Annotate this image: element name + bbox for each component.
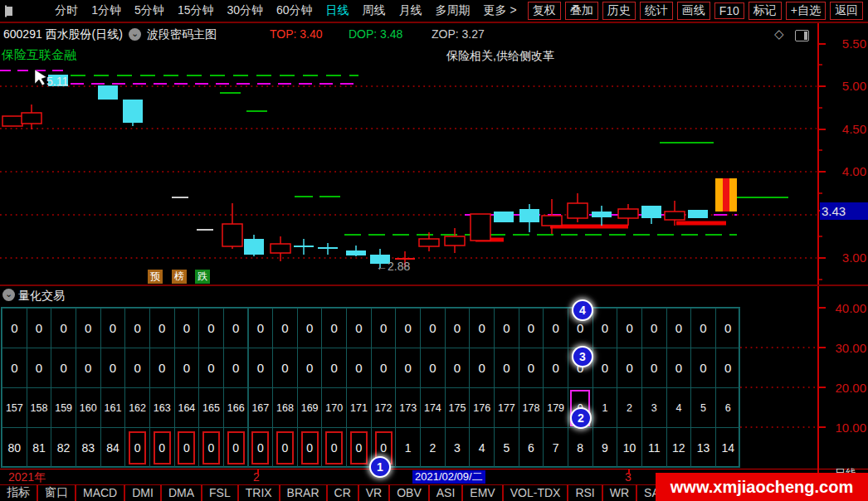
grid-cell: 7 xyxy=(543,427,568,468)
grid-cell: 0 xyxy=(248,427,274,468)
indicator-tab[interactable]: ASI xyxy=(430,484,464,501)
grid-cell: 0 xyxy=(445,308,471,348)
grid-cell: 178 xyxy=(519,387,544,428)
grid-cell: 0 xyxy=(321,308,347,348)
indicator-tab[interactable]: 窗口 xyxy=(38,484,76,501)
grid-cell: 80 xyxy=(2,427,27,468)
indicator-tab[interactable]: OBV xyxy=(390,484,430,501)
grid-cell: 11 xyxy=(641,427,667,468)
indicator-tab[interactable]: CR xyxy=(328,484,359,501)
grid-cell: 10 xyxy=(617,427,642,468)
grid-cell: 0 xyxy=(272,308,298,348)
ad-banner-text: www.xmjiaocheng.com xyxy=(671,478,853,497)
ad-banner[interactable]: www.xmjiaocheng.com xyxy=(656,473,868,501)
grid-cell: 0 xyxy=(494,348,519,388)
grid-cell: 5 xyxy=(494,427,519,468)
signal-tag: 预 xyxy=(148,270,163,284)
grid-cell: 0 xyxy=(2,308,27,348)
grid-cell: 4 xyxy=(469,427,495,468)
y-axis-label: 4.50 xyxy=(827,122,866,136)
grid-cell: 0 xyxy=(248,348,274,388)
grid-cell: 13 xyxy=(690,427,716,468)
grid-cell: 0 xyxy=(641,308,667,348)
red-marked-cell: 0 xyxy=(276,431,294,465)
current-price-label: 3.43 xyxy=(820,202,868,220)
grid-cell: 6 xyxy=(519,427,544,468)
grid-cell: 179 xyxy=(543,387,568,428)
signal-tag: 跌 xyxy=(195,270,210,284)
grid-cell: 14 xyxy=(715,427,741,468)
chart-annotation: 保险相关,供给侧改革 xyxy=(446,49,554,64)
indicator-tab[interactable]: WR xyxy=(603,484,637,501)
indicator-tab[interactable]: RSI xyxy=(568,484,602,501)
red-marked-cell: 0 xyxy=(227,431,245,465)
grid-cell: 0 xyxy=(76,308,101,348)
grid-cell: 0 xyxy=(198,308,224,348)
x-axis-tick xyxy=(257,469,259,474)
grid-cell: 0 xyxy=(51,348,76,388)
grid-cell: 0 xyxy=(371,348,397,388)
indicator-tab[interactable]: FSL xyxy=(202,484,239,501)
quant-grid: 0000000000000000000000000000000000000000… xyxy=(1,307,740,468)
chevron-down-icon[interactable]: ⌄ xyxy=(2,289,15,301)
grid-cell: 12 xyxy=(666,427,692,468)
grid-cell: 0 xyxy=(371,308,397,348)
grid-cell: 6 xyxy=(715,387,741,428)
low-price-label: ←2.88 xyxy=(376,260,410,273)
red-marked-cell: 0 xyxy=(178,431,195,465)
grid-cell: 168 xyxy=(272,387,298,428)
grid-cell: 0 xyxy=(690,308,716,348)
grid-cell: 0 xyxy=(100,348,126,388)
indicator-tab[interactable]: VR xyxy=(359,484,390,501)
grid-cell: 0 xyxy=(420,348,446,388)
grid-cell: 0 xyxy=(124,308,150,348)
grid-cell: 0 xyxy=(51,308,76,348)
grid-cell: 0 xyxy=(149,427,175,468)
quant-panel-title: 量化交易 xyxy=(18,289,65,304)
grid-cell: 0 xyxy=(617,308,642,348)
indicator-tab[interactable]: DMA xyxy=(162,484,202,501)
step-badge: 2 xyxy=(570,407,592,429)
grid-cell: 0 xyxy=(223,427,249,468)
grid-cell: 0 xyxy=(715,308,741,348)
grid-cell: 84 xyxy=(100,427,126,468)
grid-cell: 0 xyxy=(149,308,175,348)
indicator-tab[interactable]: DMI xyxy=(125,484,162,501)
grid-cell: 1 xyxy=(395,427,421,468)
grid-cell: 0 xyxy=(248,308,274,348)
grid-cell: 0 xyxy=(321,348,347,388)
grid-cell: 0 xyxy=(445,348,471,388)
grid-cell: 0 xyxy=(617,348,642,388)
grid-cell: 0 xyxy=(198,427,224,468)
y-axis-label: 4.00 xyxy=(827,164,866,178)
grid-cell: 174 xyxy=(420,387,446,428)
indicator-tab[interactable]: 指标 xyxy=(0,484,38,501)
grid-cell: 164 xyxy=(174,387,200,428)
grid-cell: 171 xyxy=(346,387,372,428)
grid-cell: 173 xyxy=(395,387,421,428)
grid-cell: 177 xyxy=(494,387,519,428)
grid-cell: 0 xyxy=(346,348,372,388)
indicator-tab[interactable]: MACD xyxy=(76,484,125,501)
red-marked-cell: 0 xyxy=(251,431,269,465)
grid-cell: 0 xyxy=(641,348,667,388)
high-price-label: 5.11 xyxy=(46,75,68,88)
red-marked-cell: 0 xyxy=(202,431,220,465)
grid-cell: 0 xyxy=(592,348,618,388)
indicator-tab[interactable]: EMV xyxy=(463,484,503,501)
grid-cell: 3 xyxy=(445,427,471,468)
grid-cell: 5 xyxy=(690,387,716,428)
tdx-app: 分时1分钟5分钟15分钟30分钟60分钟日线周线月线多周期更多 > 复权叠加历史… xyxy=(0,0,868,501)
grid-cell: 161 xyxy=(100,387,126,428)
grid-cell: 166 xyxy=(223,387,249,428)
grid-cell: 0 xyxy=(272,427,298,468)
grid-cell: 0 xyxy=(198,348,224,388)
indicator-tab[interactable]: VOL-TDX xyxy=(504,484,569,501)
indicator-tab[interactable]: BRAR xyxy=(280,484,328,501)
grid-cell: 0 xyxy=(666,348,692,388)
indicator-tab[interactable]: TRIX xyxy=(239,484,280,501)
grid-cell: 0 xyxy=(297,427,323,468)
grid-cell: 176 xyxy=(469,387,495,428)
grid-cell: 170 xyxy=(321,387,347,428)
quant-panel-header: ⌄ 量化交易 xyxy=(0,286,868,306)
